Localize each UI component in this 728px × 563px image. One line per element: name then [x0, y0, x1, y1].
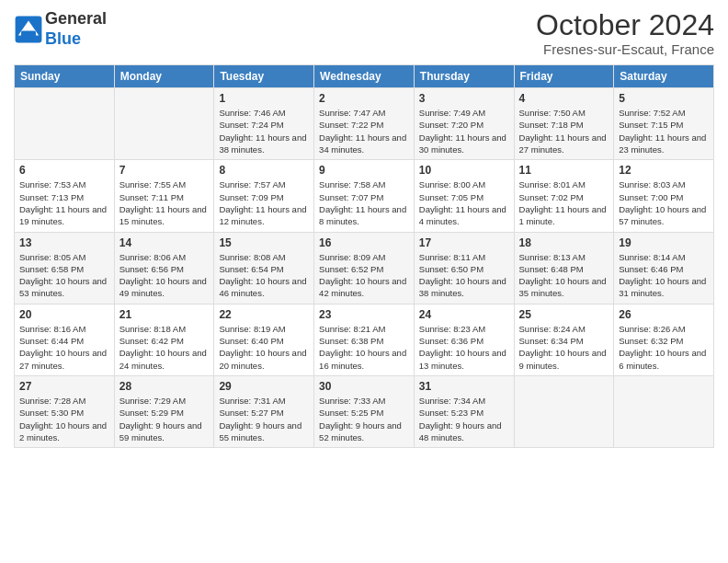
calendar-header: Sunday Monday Tuesday Wednesday Thursday…	[15, 65, 714, 88]
cell-w1-d1	[15, 88, 115, 160]
cell-text: Sunrise: 8:16 AM Sunset: 6:44 PM Dayligh…	[19, 323, 109, 372]
day-number: 23	[319, 308, 409, 321]
cell-w5-d7	[614, 375, 714, 447]
logo-blue: Blue	[45, 29, 81, 48]
logo-text: General Blue	[45, 9, 107, 49]
cell-w5-d6	[514, 375, 614, 447]
cell-w4-d1: 20Sunrise: 8:16 AM Sunset: 6:44 PM Dayli…	[15, 304, 115, 375]
cell-w2-d3: 8Sunrise: 7:57 AM Sunset: 7:09 PM Daylig…	[214, 160, 314, 232]
day-number: 31	[419, 380, 509, 393]
cell-text: Sunrise: 8:18 AM Sunset: 6:42 PM Dayligh…	[119, 323, 210, 372]
cell-text: Sunrise: 8:26 AM Sunset: 6:32 PM Dayligh…	[619, 323, 709, 372]
cell-text: Sunrise: 7:29 AM Sunset: 5:29 PM Dayligh…	[119, 395, 210, 443]
cell-w2-d4: 9Sunrise: 7:58 AM Sunset: 7:07 PM Daylig…	[314, 160, 415, 232]
week-row-4: 20Sunrise: 8:16 AM Sunset: 6:44 PM Dayli…	[15, 304, 714, 375]
day-number: 27	[19, 380, 109, 393]
cell-w4-d6: 25Sunrise: 8:24 AM Sunset: 6:34 PM Dayli…	[514, 304, 614, 375]
cell-text: Sunrise: 7:28 AM Sunset: 5:30 PM Dayligh…	[19, 395, 109, 443]
day-number: 26	[619, 308, 709, 321]
cell-text: Sunrise: 7:31 AM Sunset: 5:27 PM Dayligh…	[219, 395, 309, 443]
cell-w2-d6: 11Sunrise: 8:01 AM Sunset: 7:02 PM Dayli…	[514, 160, 614, 232]
header-row: Sunday Monday Tuesday Wednesday Thursday…	[15, 65, 714, 88]
cell-text: Sunrise: 8:01 AM Sunset: 7:02 PM Dayligh…	[519, 178, 609, 227]
day-number: 18	[519, 236, 609, 249]
cell-text: Sunrise: 7:52 AM Sunset: 7:15 PM Dayligh…	[619, 107, 709, 155]
cell-text: Sunrise: 7:46 AM Sunset: 7:24 PM Dayligh…	[219, 107, 309, 155]
day-number: 1	[219, 92, 309, 105]
cell-w5-d3: 29Sunrise: 7:31 AM Sunset: 5:27 PM Dayli…	[214, 375, 314, 447]
svg-rect-2	[21, 30, 36, 38]
month-title: October 2024	[536, 9, 714, 41]
week-row-2: 6Sunrise: 7:53 AM Sunset: 7:13 PM Daylig…	[15, 160, 714, 232]
cell-w2-d2: 7Sunrise: 7:55 AM Sunset: 7:11 PM Daylig…	[114, 160, 214, 232]
cell-w1-d7: 5Sunrise: 7:52 AM Sunset: 7:15 PM Daylig…	[614, 88, 714, 160]
cell-text: Sunrise: 8:03 AM Sunset: 7:00 PM Dayligh…	[619, 178, 709, 227]
cell-text: Sunrise: 7:53 AM Sunset: 7:13 PM Dayligh…	[19, 178, 109, 227]
cell-w4-d7: 26Sunrise: 8:26 AM Sunset: 6:32 PM Dayli…	[614, 304, 714, 375]
logo: General Blue	[14, 9, 107, 49]
calendar-container: General Blue October 2024 Fresnes-sur-Es…	[0, 0, 728, 457]
cell-text: Sunrise: 7:50 AM Sunset: 7:18 PM Dayligh…	[519, 107, 609, 155]
col-sunday: Sunday	[15, 65, 115, 88]
day-number: 25	[519, 308, 609, 321]
cell-w5-d4: 30Sunrise: 7:33 AM Sunset: 5:25 PM Dayli…	[314, 375, 415, 447]
cell-text: Sunrise: 8:11 AM Sunset: 6:50 PM Dayligh…	[419, 251, 509, 300]
day-number: 3	[419, 92, 509, 105]
day-number: 20	[19, 308, 109, 321]
col-wednesday: Wednesday	[314, 65, 415, 88]
day-number: 12	[619, 164, 709, 177]
cell-w3-d4: 16Sunrise: 8:09 AM Sunset: 6:52 PM Dayli…	[314, 232, 415, 304]
day-number: 28	[119, 380, 210, 393]
day-number: 6	[19, 164, 109, 177]
cell-w1-d2	[114, 88, 214, 160]
day-number: 15	[219, 236, 309, 249]
day-number: 11	[519, 164, 609, 177]
cell-w1-d6: 4Sunrise: 7:50 AM Sunset: 7:18 PM Daylig…	[514, 88, 614, 160]
day-number: 14	[119, 236, 210, 249]
col-thursday: Thursday	[414, 65, 514, 88]
day-number: 8	[219, 164, 309, 177]
calendar-body: 1Sunrise: 7:46 AM Sunset: 7:24 PM Daylig…	[15, 88, 714, 448]
cell-text: Sunrise: 7:47 AM Sunset: 7:22 PM Dayligh…	[319, 107, 409, 155]
cell-w3-d6: 18Sunrise: 8:13 AM Sunset: 6:48 PM Dayli…	[514, 232, 614, 304]
cell-text: Sunrise: 7:57 AM Sunset: 7:09 PM Dayligh…	[219, 178, 309, 227]
day-number: 29	[219, 380, 309, 393]
col-friday: Friday	[514, 65, 614, 88]
cell-text: Sunrise: 8:06 AM Sunset: 6:56 PM Dayligh…	[119, 251, 210, 300]
cell-w4-d3: 22Sunrise: 8:19 AM Sunset: 6:40 PM Dayli…	[214, 304, 314, 375]
cell-w1-d5: 3Sunrise: 7:49 AM Sunset: 7:20 PM Daylig…	[414, 88, 514, 160]
cell-w4-d4: 23Sunrise: 8:21 AM Sunset: 6:38 PM Dayli…	[314, 304, 415, 375]
day-number: 16	[319, 236, 409, 249]
cell-w3-d1: 13Sunrise: 8:05 AM Sunset: 6:58 PM Dayli…	[15, 232, 115, 304]
location: Fresnes-sur-Escaut, France	[536, 41, 714, 57]
col-monday: Monday	[114, 65, 214, 88]
cell-w3-d2: 14Sunrise: 8:06 AM Sunset: 6:56 PM Dayli…	[114, 232, 214, 304]
day-number: 7	[119, 164, 210, 177]
calendar-table: Sunday Monday Tuesday Wednesday Thursday…	[14, 64, 714, 448]
cell-text: Sunrise: 8:19 AM Sunset: 6:40 PM Dayligh…	[219, 323, 309, 372]
cell-text: Sunrise: 7:55 AM Sunset: 7:11 PM Dayligh…	[119, 178, 210, 227]
title-area: October 2024 Fresnes-sur-Escaut, France	[536, 9, 714, 57]
col-saturday: Saturday	[614, 65, 714, 88]
cell-w1-d3: 1Sunrise: 7:46 AM Sunset: 7:24 PM Daylig…	[214, 88, 314, 160]
week-row-3: 13Sunrise: 8:05 AM Sunset: 6:58 PM Dayli…	[15, 232, 714, 304]
cell-w2-d5: 10Sunrise: 8:00 AM Sunset: 7:05 PM Dayli…	[414, 160, 514, 232]
logo-icon	[14, 15, 43, 44]
logo-general: General	[45, 9, 107, 28]
cell-w5-d5: 31Sunrise: 7:34 AM Sunset: 5:23 PM Dayli…	[414, 375, 514, 447]
day-number: 4	[519, 92, 609, 105]
cell-w5-d2: 28Sunrise: 7:29 AM Sunset: 5:29 PM Dayli…	[114, 375, 214, 447]
day-number: 2	[319, 92, 409, 105]
cell-text: Sunrise: 8:13 AM Sunset: 6:48 PM Dayligh…	[519, 251, 609, 300]
cell-text: Sunrise: 8:08 AM Sunset: 6:54 PM Dayligh…	[219, 251, 309, 300]
cell-w3-d3: 15Sunrise: 8:08 AM Sunset: 6:54 PM Dayli…	[214, 232, 314, 304]
cell-text: Sunrise: 8:21 AM Sunset: 6:38 PM Dayligh…	[319, 323, 409, 372]
day-number: 5	[619, 92, 709, 105]
cell-text: Sunrise: 7:58 AM Sunset: 7:07 PM Dayligh…	[319, 178, 409, 227]
week-row-1: 1Sunrise: 7:46 AM Sunset: 7:24 PM Daylig…	[15, 88, 714, 160]
col-tuesday: Tuesday	[214, 65, 314, 88]
cell-text: Sunrise: 7:34 AM Sunset: 5:23 PM Dayligh…	[419, 395, 509, 443]
cell-w5-d1: 27Sunrise: 7:28 AM Sunset: 5:30 PM Dayli…	[15, 375, 115, 447]
cell-w2-d1: 6Sunrise: 7:53 AM Sunset: 7:13 PM Daylig…	[15, 160, 115, 232]
day-number: 22	[219, 308, 309, 321]
